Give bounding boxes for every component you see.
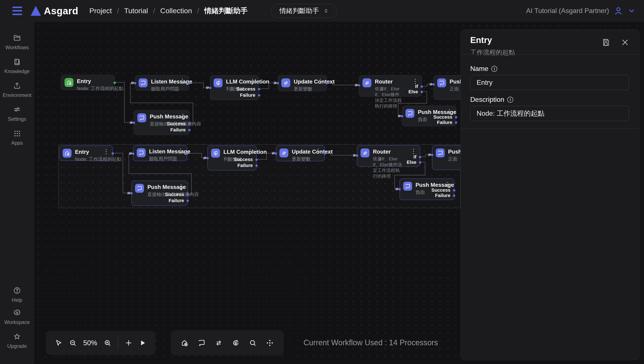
- play-icon[interactable]: [139, 339, 146, 347]
- workflow-node-entry-2[interactable]: EntryNode: 工作流程的起點⋮: [59, 146, 113, 161]
- close-icon[interactable]: [621, 38, 629, 46]
- description-input[interactable]: [470, 106, 629, 121]
- workflow-node-entry-1[interactable]: EntryNode: 工作流程的起點: [61, 75, 115, 90]
- input-port[interactable]: [209, 87, 211, 89]
- node-menu-icon[interactable]: ⋮: [315, 148, 321, 154]
- swap-node-icon[interactable]: [215, 339, 222, 347]
- sidebar-item-settings[interactable]: Settings: [0, 106, 34, 122]
- node-menu-icon[interactable]: ⋮: [250, 78, 256, 84]
- sidebar-item-help[interactable]: Help: [0, 287, 34, 303]
- output-port-failure[interactable]: [258, 94, 260, 96]
- output-port-failure[interactable]: [188, 129, 190, 131]
- sidebar-item-apps[interactable]: Apps: [0, 130, 34, 146]
- output-port-failure[interactable]: [255, 164, 258, 167]
- node-menu-icon[interactable]: ⋮: [178, 184, 184, 190]
- output-port-if[interactable]: [420, 86, 423, 88]
- workflow-node-llm-1[interactable]: LLM Completion判斷情緒⋮SuccessFailure: [210, 75, 259, 100]
- node-menu-icon[interactable]: ⋮: [178, 148, 184, 154]
- sidebar-item-workspace[interactable]: Workspace: [0, 309, 34, 325]
- input-port[interactable]: [431, 154, 434, 156]
- breadcrumb-collection[interactable]: Collection: [160, 6, 192, 15]
- input-port[interactable]: [432, 83, 435, 86]
- input-port[interactable]: [132, 152, 134, 155]
- workflow-node-push-welcome-2[interactable]: Push Message直接輸出訊息的回應內容⋮SuccessFailure: [132, 180, 188, 206]
- upload-icon: [13, 82, 21, 90]
- search-icon[interactable]: [249, 339, 256, 347]
- node-menu-icon[interactable]: ⋮: [247, 148, 253, 155]
- input-port[interactable]: [358, 84, 360, 86]
- workflow-node-push-welcome-1[interactable]: Push Message直接輸出訊息的回應內容⋮SuccessFailure: [134, 110, 190, 135]
- workflow-node-update-2[interactable]: Update Context更新變數⋮: [276, 145, 325, 161]
- zoom-in-icon[interactable]: [104, 339, 112, 347]
- info-icon[interactable]: i: [491, 66, 497, 72]
- output-port[interactable]: [186, 152, 188, 155]
- output-port-else[interactable]: [420, 91, 423, 93]
- input-port[interactable]: [206, 157, 209, 159]
- node-menu-icon[interactable]: ⋮: [179, 78, 186, 84]
- input-port[interactable]: [133, 122, 135, 124]
- node-menu-icon[interactable]: ⋮: [103, 148, 109, 155]
- description-field-label: Descriptioni: [470, 96, 513, 104]
- sidebar-item-knowledge[interactable]: Knowledge: [0, 58, 34, 74]
- output-port-if[interactable]: [419, 156, 421, 158]
- workflow-node-listen-2[interactable]: Listen Message聽取用戶問題⋮: [133, 145, 187, 161]
- workflow-node-llm-2[interactable]: LLM Completion判斷情緒⋮SuccessFailure: [208, 146, 256, 170]
- cursor-icon[interactable]: [55, 339, 62, 347]
- input-port[interactable]: [130, 192, 133, 194]
- zoom-level[interactable]: 50%: [83, 339, 97, 347]
- output-port[interactable]: [324, 152, 326, 155]
- output-port-success[interactable]: [258, 88, 260, 90]
- sidebar-item-label: Apps: [11, 140, 23, 146]
- breadcrumb: Project / Tutorial / Collection / 情緒判斷助手: [89, 6, 248, 16]
- input-port[interactable]: [401, 115, 403, 117]
- output-port-failure[interactable]: [186, 200, 189, 202]
- output-port-success[interactable]: [453, 189, 455, 192]
- user-avatar-icon[interactable]: [614, 6, 623, 16]
- workflow-node-push-negative-2[interactable]: Push Message負面⋮SuccessFailure: [400, 178, 454, 200]
- name-input[interactable]: [470, 75, 629, 90]
- output-port-failure[interactable]: [453, 194, 455, 197]
- breadcrumb-tutorial[interactable]: Tutorial: [124, 6, 148, 15]
- output-port-success[interactable]: [455, 116, 457, 118]
- node-menu-icon[interactable]: ⋮: [412, 78, 418, 84]
- save-icon[interactable]: [602, 38, 610, 46]
- sidebar-item-workflows[interactable]: Workflows: [0, 34, 34, 50]
- node-menu-icon[interactable]: ⋮: [444, 181, 451, 188]
- breadcrumb-project[interactable]: Project: [89, 6, 112, 15]
- node-menu-icon[interactable]: ⋮: [410, 148, 416, 154]
- move-icon[interactable]: [266, 339, 274, 347]
- workflow-node-push-negative-1[interactable]: Push Message負面⋮SuccessFailure: [402, 106, 456, 126]
- workflow-selector[interactable]: 情緒判斷助手: [271, 4, 337, 18]
- workflow-node-listen-1[interactable]: Listen Message聽取用戶問題⋮: [135, 75, 189, 90]
- zoom-out-icon[interactable]: [69, 339, 77, 347]
- hamburger-menu-icon[interactable]: [12, 6, 22, 15]
- output-port[interactable]: [188, 82, 190, 84]
- output-port-success[interactable]: [255, 158, 258, 161]
- workflow-node-router-1[interactable]: Router依據If、Else If、Else條件決定工作流程執行的路徑⋮IfE…: [359, 75, 422, 96]
- message-node-icon[interactable]: [198, 339, 206, 347]
- node-menu-icon[interactable]: ⋮: [446, 108, 452, 115]
- info-icon[interactable]: i: [507, 97, 513, 103]
- plus-icon[interactable]: [125, 339, 132, 347]
- node-menu-icon[interactable]: ⋮: [180, 113, 186, 119]
- account-chevron-down-icon[interactable]: [628, 7, 636, 15]
- output-port[interactable]: [112, 152, 114, 155]
- input-port[interactable]: [398, 188, 401, 190]
- workflow-node-update-1[interactable]: Update Context更新變數⋮: [278, 75, 327, 91]
- input-port[interactable]: [356, 154, 358, 157]
- sidebar-item-upgrade[interactable]: Upgrade: [0, 333, 34, 349]
- input-port[interactable]: [275, 152, 277, 155]
- input-port[interactable]: [134, 82, 136, 84]
- workflow-node-router-2[interactable]: Router依據If、Else If、Else條件決定工作流程執行的路徑⋮IfE…: [357, 145, 420, 166]
- idea-cycle-icon[interactable]: [232, 339, 240, 347]
- output-port-success[interactable]: [188, 123, 190, 125]
- input-port[interactable]: [277, 82, 279, 84]
- add-entry-node-icon[interactable]: [181, 339, 188, 347]
- output-port-else[interactable]: [419, 161, 421, 164]
- output-port[interactable]: [114, 82, 116, 84]
- output-port-success[interactable]: [186, 194, 189, 196]
- output-port[interactable]: [326, 82, 328, 84]
- node-menu-icon[interactable]: ⋮: [317, 78, 323, 84]
- output-port-failure[interactable]: [455, 122, 457, 124]
- sidebar-item-environment[interactable]: Environment: [0, 82, 34, 98]
